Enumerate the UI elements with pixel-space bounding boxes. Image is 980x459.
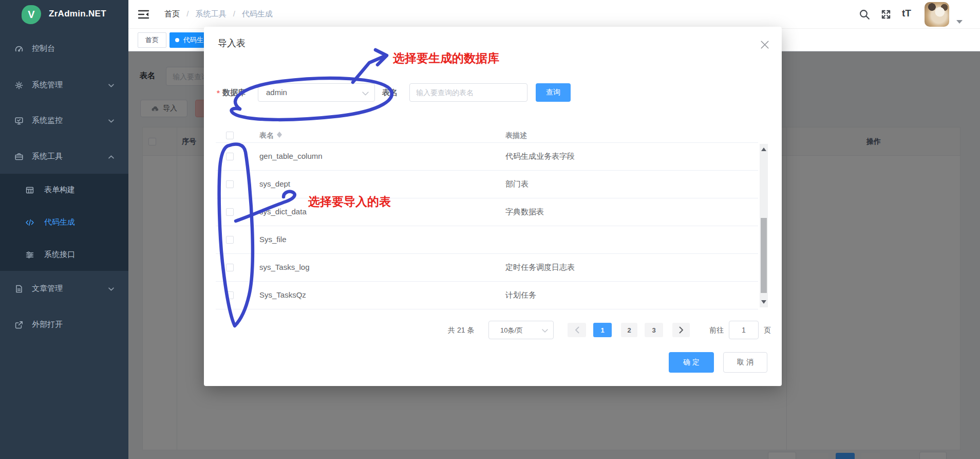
search-icon[interactable] bbox=[859, 9, 870, 20]
name-column-header: 表名 bbox=[259, 128, 282, 142]
row-checkbox[interactable] bbox=[226, 264, 234, 271]
prev-page-button[interactable] bbox=[568, 323, 586, 337]
table-cell-name: Sys_file bbox=[259, 235, 287, 244]
table-row[interactable]: sys_Tasks_log 定时任务调度日志表 bbox=[216, 254, 758, 282]
brand-name: ZrAdmin.NET bbox=[49, 9, 106, 19]
row-checkbox[interactable] bbox=[226, 180, 234, 188]
page-button-2[interactable]: 2 bbox=[621, 323, 637, 337]
row-checkbox[interactable] bbox=[226, 208, 234, 216]
table-cell-name: sys_dict_data bbox=[259, 207, 307, 216]
table-cell-name: sys_Tasks_log bbox=[259, 263, 310, 271]
table-cell-name: sys_dept bbox=[259, 179, 290, 188]
table-row[interactable]: sys_dept 部门表 bbox=[216, 171, 758, 198]
sidebar-item-code-generation[interactable]: 代码生成 bbox=[0, 206, 128, 238]
dialog-title: 导入表 bbox=[218, 37, 246, 49]
sidebar-item-label: 系统接口 bbox=[44, 250, 75, 260]
page-size-value: 10条/页 bbox=[500, 326, 523, 335]
row-checkbox[interactable] bbox=[226, 291, 234, 299]
table-name-input[interactable] bbox=[409, 83, 527, 102]
annotation-database-note: 选择要生成的数据库 bbox=[393, 50, 499, 66]
sidebar-item-form-builder[interactable]: 表单构建 bbox=[0, 174, 128, 206]
scrollbar-thumb[interactable] bbox=[761, 218, 767, 293]
chevron-down-icon bbox=[108, 84, 114, 87]
menu-fold-icon[interactable] bbox=[138, 9, 149, 20]
toolbox-icon bbox=[14, 152, 24, 161]
breadcrumb: 首页 / 系统工具 / 代码生成 bbox=[164, 9, 273, 19]
brand-logo-icon: V bbox=[22, 5, 41, 24]
chevron-down-icon bbox=[362, 91, 369, 96]
sidebar-item-label: 文章管理 bbox=[32, 284, 63, 293]
table-row[interactable]: Sys_TasksQz 计划任务 bbox=[216, 282, 758, 309]
breadcrumb-section: 系统工具 bbox=[196, 9, 227, 18]
monitor-icon bbox=[14, 116, 24, 125]
goto-label: 前往 bbox=[709, 326, 724, 335]
fullscreen-icon[interactable] bbox=[880, 9, 892, 20]
marker-arrowhead-database bbox=[375, 50, 387, 65]
row-checkbox[interactable] bbox=[226, 153, 234, 160]
close-icon[interactable] bbox=[760, 40, 769, 49]
code-icon bbox=[25, 218, 34, 227]
sidebar-item-label: 系统管理 bbox=[32, 80, 63, 90]
scroll-down-arrow[interactable] bbox=[761, 300, 766, 304]
page-button-3[interactable]: 3 bbox=[645, 323, 663, 337]
table-grid-icon bbox=[25, 186, 34, 195]
row-checkbox[interactable] bbox=[226, 236, 234, 244]
search-button[interactable]: 查询 bbox=[536, 83, 571, 102]
chevron-down-icon bbox=[108, 287, 114, 291]
scroll-up-arrow[interactable] bbox=[761, 148, 766, 151]
table-cell-desc: 定时任务调度日志表 bbox=[505, 263, 575, 272]
desc-column-header: 表描述 bbox=[505, 128, 527, 142]
avatar[interactable] bbox=[925, 2, 949, 27]
table-cell-desc: 代码生成业务表字段 bbox=[505, 152, 575, 161]
table-row[interactable]: sys_dict_data 字典数据表 bbox=[216, 198, 758, 226]
font-size-icon[interactable]: tT bbox=[902, 8, 911, 19]
chevron-left-icon bbox=[575, 326, 579, 334]
page-size-select[interactable]: 10条/页 bbox=[488, 321, 554, 339]
confirm-button[interactable]: 确 定 bbox=[669, 352, 714, 373]
page-button-1[interactable]: 1 bbox=[593, 323, 612, 337]
avatar-caret-icon[interactable] bbox=[956, 20, 963, 24]
sidebar-item-external-open[interactable]: 外部打开 bbox=[0, 310, 128, 339]
tag-home[interactable]: 首页 bbox=[138, 32, 166, 48]
sidebar-item-system-monitor[interactable]: 系统监控 bbox=[0, 106, 128, 135]
table-cell-desc: 计划任务 bbox=[505, 290, 536, 300]
sidebar-item-label: 外部打开 bbox=[32, 320, 63, 329]
table-cell-desc: 字典数据表 bbox=[505, 207, 544, 217]
table-cell-name: gen_table_column bbox=[259, 152, 323, 160]
goto-page-input[interactable] bbox=[729, 321, 759, 339]
sidebar-item-system-api[interactable]: 系统接口 bbox=[0, 238, 128, 271]
sidebar-item-dashboard[interactable]: 控制台 bbox=[0, 34, 128, 63]
table-scrollbar[interactable] bbox=[760, 144, 768, 307]
goto-unit-label: 页 bbox=[764, 326, 771, 335]
chevron-right-icon bbox=[679, 326, 684, 334]
database-select[interactable]: admin bbox=[258, 83, 375, 102]
cancel-button[interactable]: 取 消 bbox=[723, 352, 767, 373]
database-select-value: admin bbox=[266, 88, 287, 97]
sidebar-item-system-management[interactable]: 系统管理 bbox=[0, 71, 128, 100]
marker-arrow-database bbox=[353, 56, 385, 82]
sidebar: V ZrAdmin.NET 控制台 系统管理 系统监控 系统工具 表单构建 bbox=[0, 0, 128, 459]
table-row[interactable]: Sys_file bbox=[216, 226, 758, 254]
app-screen: V ZrAdmin.NET 控制台 系统管理 系统监控 系统工具 表单构建 bbox=[0, 0, 980, 459]
table-row[interactable]: gen_table_column 代码生成业务表字段 bbox=[216, 143, 758, 171]
sidebar-item-system-tools[interactable]: 系统工具 bbox=[0, 142, 128, 171]
table-cell-name: Sys_TasksQz bbox=[259, 290, 306, 299]
breadcrumb-separator: / bbox=[233, 9, 235, 18]
sidebar-item-label: 控制台 bbox=[32, 44, 55, 53]
breadcrumb-home[interactable]: 首页 bbox=[164, 9, 180, 18]
sliders-icon bbox=[25, 250, 34, 260]
pagination-total: 共 21 条 bbox=[448, 326, 474, 335]
brand[interactable]: V ZrAdmin.NET bbox=[0, 0, 128, 29]
table-name-label: 表名 bbox=[382, 83, 398, 102]
chevron-down-icon bbox=[108, 119, 114, 123]
required-mark: * bbox=[217, 88, 220, 97]
chevron-up-icon bbox=[108, 155, 114, 159]
breadcrumb-page: 代码生成 bbox=[242, 9, 273, 18]
select-all-checkbox[interactable] bbox=[226, 132, 234, 139]
next-page-button[interactable] bbox=[672, 323, 690, 337]
sort-desc-icon[interactable] bbox=[277, 135, 282, 138]
document-icon bbox=[14, 284, 24, 293]
sidebar-item-label: 代码生成 bbox=[44, 217, 75, 227]
database-label: 数据库 bbox=[222, 83, 246, 102]
sidebar-item-article-management[interactable]: 文章管理 bbox=[0, 274, 128, 303]
